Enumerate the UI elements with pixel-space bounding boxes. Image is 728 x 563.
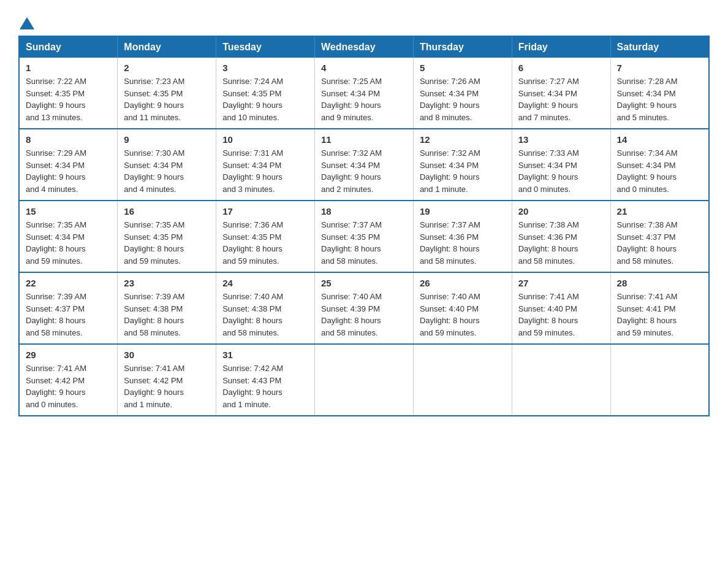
calendar-day-cell: 24 Sunrise: 7:40 AM Sunset: 4:38 PM Dayl… — [216, 272, 315, 344]
day-number: 19 — [420, 206, 506, 216]
calendar-day-cell: 19 Sunrise: 7:37 AM Sunset: 4:36 PM Dayl… — [413, 201, 512, 272]
day-info: Sunrise: 7:35 AM Sunset: 4:35 PM Dayligh… — [124, 219, 210, 267]
day-info: Sunrise: 7:39 AM Sunset: 4:38 PM Dayligh… — [124, 291, 210, 339]
calendar-day-cell: 18 Sunrise: 7:37 AM Sunset: 4:35 PM Dayl… — [315, 201, 414, 272]
calendar-day-cell: 1 Sunrise: 7:22 AM Sunset: 4:35 PM Dayli… — [19, 58, 118, 129]
day-info: Sunrise: 7:27 AM Sunset: 4:34 PM Dayligh… — [518, 75, 604, 123]
calendar-day-cell: 25 Sunrise: 7:40 AM Sunset: 4:39 PM Dayl… — [315, 272, 414, 344]
calendar-day-cell: 7 Sunrise: 7:28 AM Sunset: 4:34 PM Dayli… — [610, 58, 709, 129]
calendar-week-row: 15 Sunrise: 7:35 AM Sunset: 4:34 PM Dayl… — [19, 201, 709, 272]
day-number: 25 — [321, 278, 407, 288]
day-number: 14 — [617, 134, 702, 145]
day-number: 9 — [124, 134, 210, 145]
day-info: Sunrise: 7:40 AM Sunset: 4:39 PM Dayligh… — [321, 291, 407, 339]
calendar-week-row: 1 Sunrise: 7:22 AM Sunset: 4:35 PM Dayli… — [19, 58, 709, 129]
day-info: Sunrise: 7:31 AM Sunset: 4:34 PM Dayligh… — [222, 147, 308, 195]
day-info: Sunrise: 7:32 AM Sunset: 4:34 PM Dayligh… — [321, 147, 407, 195]
day-info: Sunrise: 7:28 AM Sunset: 4:34 PM Dayligh… — [617, 75, 702, 123]
calendar-day-cell: 26 Sunrise: 7:40 AM Sunset: 4:40 PM Dayl… — [413, 272, 512, 344]
weekday-header: Monday — [118, 36, 216, 58]
calendar-day-cell — [512, 344, 610, 416]
calendar-week-row: 22 Sunrise: 7:39 AM Sunset: 4:37 PM Dayl… — [19, 272, 709, 344]
logo — [18, 15, 36, 25]
weekday-header: Thursday — [413, 36, 512, 58]
calendar-day-cell: 10 Sunrise: 7:31 AM Sunset: 4:34 PM Dayl… — [216, 129, 315, 201]
calendar-day-cell: 17 Sunrise: 7:36 AM Sunset: 4:35 PM Dayl… — [216, 201, 315, 272]
day-number: 16 — [124, 206, 210, 216]
calendar-day-cell: 3 Sunrise: 7:24 AM Sunset: 4:35 PM Dayli… — [216, 58, 315, 129]
day-number: 23 — [124, 278, 210, 288]
day-number: 24 — [222, 278, 308, 288]
day-number: 10 — [222, 134, 308, 145]
day-number: 27 — [518, 278, 604, 288]
weekday-header: Wednesday — [315, 36, 414, 58]
day-info: Sunrise: 7:36 AM Sunset: 4:35 PM Dayligh… — [222, 219, 308, 267]
calendar-day-cell: 9 Sunrise: 7:30 AM Sunset: 4:34 PM Dayli… — [118, 129, 216, 201]
calendar-day-cell: 27 Sunrise: 7:41 AM Sunset: 4:40 PM Dayl… — [512, 272, 610, 344]
calendar-week-row: 29 Sunrise: 7:41 AM Sunset: 4:42 PM Dayl… — [19, 344, 709, 416]
calendar-day-cell: 28 Sunrise: 7:41 AM Sunset: 4:41 PM Dayl… — [610, 272, 709, 344]
day-number: 13 — [518, 134, 604, 145]
calendar-day-cell — [315, 344, 414, 416]
day-info: Sunrise: 7:40 AM Sunset: 4:38 PM Dayligh… — [222, 291, 308, 339]
logo-triangle-icon — [20, 17, 34, 29]
calendar-day-cell: 14 Sunrise: 7:34 AM Sunset: 4:34 PM Dayl… — [610, 129, 709, 201]
day-info: Sunrise: 7:41 AM Sunset: 4:42 PM Dayligh… — [26, 362, 111, 410]
weekday-header: Friday — [512, 36, 610, 58]
day-number: 28 — [617, 278, 702, 288]
calendar-day-cell: 2 Sunrise: 7:23 AM Sunset: 4:35 PM Dayli… — [118, 58, 216, 129]
day-info: Sunrise: 7:25 AM Sunset: 4:34 PM Dayligh… — [321, 75, 407, 123]
day-number: 1 — [26, 63, 111, 73]
calendar-week-row: 8 Sunrise: 7:29 AM Sunset: 4:34 PM Dayli… — [19, 129, 709, 201]
weekday-header: Tuesday — [216, 36, 315, 58]
day-number: 3 — [222, 63, 308, 73]
calendar-day-cell — [413, 344, 512, 416]
calendar-day-cell: 16 Sunrise: 7:35 AM Sunset: 4:35 PM Dayl… — [118, 201, 216, 272]
day-info: Sunrise: 7:41 AM Sunset: 4:41 PM Dayligh… — [617, 291, 702, 339]
day-info: Sunrise: 7:41 AM Sunset: 4:40 PM Dayligh… — [518, 291, 604, 339]
day-info: Sunrise: 7:33 AM Sunset: 4:34 PM Dayligh… — [518, 147, 604, 195]
calendar-day-cell: 13 Sunrise: 7:33 AM Sunset: 4:34 PM Dayl… — [512, 129, 610, 201]
day-number: 4 — [321, 63, 407, 73]
day-info: Sunrise: 7:38 AM Sunset: 4:37 PM Dayligh… — [617, 219, 702, 267]
calendar-header-row: SundayMondayTuesdayWednesdayThursdayFrid… — [19, 36, 709, 58]
day-info: Sunrise: 7:30 AM Sunset: 4:34 PM Dayligh… — [124, 147, 210, 195]
day-number: 18 — [321, 206, 407, 216]
day-info: Sunrise: 7:39 AM Sunset: 4:37 PM Dayligh… — [26, 291, 111, 339]
calendar-day-cell: 23 Sunrise: 7:39 AM Sunset: 4:38 PM Dayl… — [118, 272, 216, 344]
page-header — [18, 15, 710, 25]
day-info: Sunrise: 7:41 AM Sunset: 4:42 PM Dayligh… — [124, 362, 210, 410]
day-info: Sunrise: 7:26 AM Sunset: 4:34 PM Dayligh… — [420, 75, 506, 123]
calendar-table: SundayMondayTuesdayWednesdayThursdayFrid… — [18, 36, 710, 416]
day-number: 15 — [26, 206, 111, 216]
day-number: 12 — [420, 134, 506, 145]
calendar-day-cell: 30 Sunrise: 7:41 AM Sunset: 4:42 PM Dayl… — [118, 344, 216, 416]
day-info: Sunrise: 7:42 AM Sunset: 4:43 PM Dayligh… — [222, 362, 308, 410]
day-number: 26 — [420, 278, 506, 288]
day-number: 11 — [321, 134, 407, 145]
calendar-day-cell: 6 Sunrise: 7:27 AM Sunset: 4:34 PM Dayli… — [512, 58, 610, 129]
calendar-day-cell: 29 Sunrise: 7:41 AM Sunset: 4:42 PM Dayl… — [19, 344, 118, 416]
day-number: 20 — [518, 206, 604, 216]
calendar-day-cell — [610, 344, 709, 416]
weekday-header: Saturday — [610, 36, 709, 58]
day-number: 6 — [518, 63, 604, 73]
calendar-day-cell: 20 Sunrise: 7:38 AM Sunset: 4:36 PM Dayl… — [512, 201, 610, 272]
calendar-day-cell: 4 Sunrise: 7:25 AM Sunset: 4:34 PM Dayli… — [315, 58, 414, 129]
calendar-day-cell: 11 Sunrise: 7:32 AM Sunset: 4:34 PM Dayl… — [315, 129, 414, 201]
day-info: Sunrise: 7:38 AM Sunset: 4:36 PM Dayligh… — [518, 219, 604, 267]
day-number: 17 — [222, 206, 308, 216]
day-number: 30 — [124, 350, 210, 360]
day-info: Sunrise: 7:32 AM Sunset: 4:34 PM Dayligh… — [420, 147, 506, 195]
day-info: Sunrise: 7:29 AM Sunset: 4:34 PM Dayligh… — [26, 147, 111, 195]
day-info: Sunrise: 7:23 AM Sunset: 4:35 PM Dayligh… — [124, 75, 210, 123]
day-number: 8 — [26, 134, 111, 145]
day-number: 29 — [26, 350, 111, 360]
day-info: Sunrise: 7:40 AM Sunset: 4:40 PM Dayligh… — [420, 291, 506, 339]
weekday-header: Sunday — [19, 36, 118, 58]
calendar-day-cell: 15 Sunrise: 7:35 AM Sunset: 4:34 PM Dayl… — [19, 201, 118, 272]
day-number: 5 — [420, 63, 506, 73]
day-number: 22 — [26, 278, 111, 288]
day-info: Sunrise: 7:37 AM Sunset: 4:35 PM Dayligh… — [321, 219, 407, 267]
calendar-day-cell: 22 Sunrise: 7:39 AM Sunset: 4:37 PM Dayl… — [19, 272, 118, 344]
